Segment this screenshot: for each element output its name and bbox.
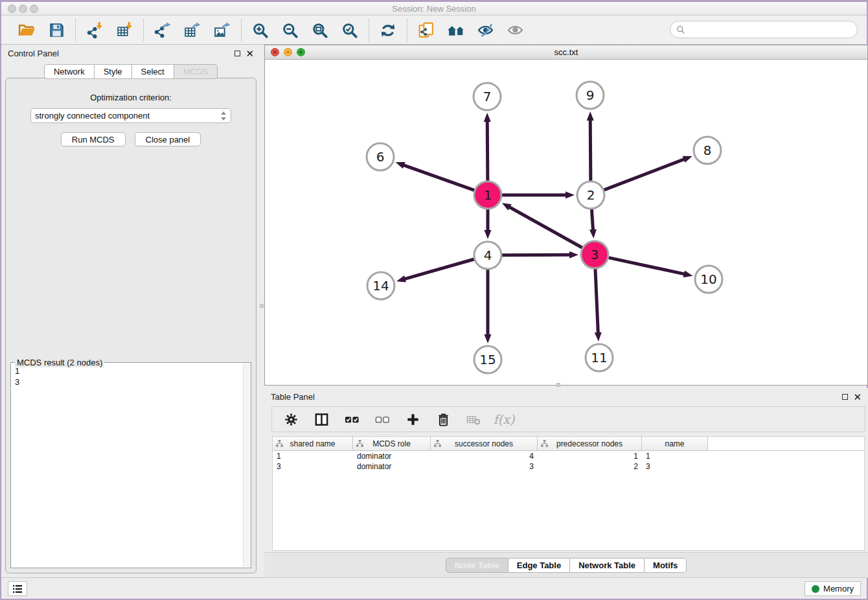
tab-node-table[interactable]: Node Table xyxy=(446,558,508,573)
split-pane-icon[interactable] xyxy=(312,410,331,429)
network-graph[interactable]: 1234678910111415 xyxy=(265,60,867,384)
memory-button[interactable]: Memory xyxy=(805,581,861,596)
search-box[interactable] xyxy=(670,21,858,38)
graph-node-8[interactable]: 8 xyxy=(694,137,721,164)
horizontal-splitter-grip[interactable] xyxy=(556,383,560,387)
graph-node-14[interactable]: 14 xyxy=(367,272,394,299)
tab-network[interactable]: Network xyxy=(44,64,95,79)
graph-edge-1-6[interactable] xyxy=(402,165,474,190)
deselect-all-icon[interactable] xyxy=(372,410,392,429)
cell-name[interactable]: 3 xyxy=(642,462,708,471)
mcds-result-scrollbar[interactable] xyxy=(243,363,250,567)
graph-edge-1-7[interactable] xyxy=(487,120,488,181)
zoom-fit-icon[interactable] xyxy=(310,21,330,40)
search-input[interactable] xyxy=(689,25,857,34)
table-row[interactable]: 3 dominator 3 2 3 xyxy=(273,461,864,472)
graph-node-11[interactable]: 11 xyxy=(586,344,613,371)
gear-icon[interactable] xyxy=(281,410,301,429)
copy-view-icon[interactable] xyxy=(417,21,436,40)
control-panel-title: Control Panel xyxy=(8,49,234,58)
table-header-row: shared name MCDS role successor nodes pr… xyxy=(273,437,864,451)
trash-icon[interactable] xyxy=(433,410,453,429)
open-icon[interactable] xyxy=(17,21,36,40)
graph-node-7[interactable]: 7 xyxy=(474,83,501,110)
tab-select[interactable]: Select xyxy=(132,64,174,79)
import-table-icon[interactable] xyxy=(115,21,134,40)
zoom-in-icon[interactable] xyxy=(251,21,270,40)
graph-node-6[interactable]: 6 xyxy=(367,143,394,170)
float-panel-icon[interactable] xyxy=(234,51,240,56)
export-image-icon[interactable] xyxy=(212,21,232,40)
column-header-name[interactable]: name xyxy=(642,437,708,450)
close-panel-button[interactable]: Close panel xyxy=(135,132,201,146)
run-mcds-button[interactable]: Run MCDS xyxy=(61,132,126,146)
node-table[interactable]: shared name MCDS role successor nodes pr… xyxy=(272,436,865,551)
column-header-shared-name[interactable]: shared name xyxy=(273,437,353,450)
float-table-panel-icon[interactable] xyxy=(842,394,848,400)
select-all-icon[interactable] xyxy=(342,410,361,429)
first-neighbors-icon[interactable] xyxy=(446,21,466,40)
cell-mcds-role[interactable]: dominator xyxy=(353,462,431,471)
graph-edge-3-11[interactable] xyxy=(595,269,598,334)
cell-name[interactable]: 1 xyxy=(642,452,708,461)
graph-node-1[interactable]: 1 xyxy=(474,181,501,209)
graph-edge-3-10[interactable] xyxy=(609,258,686,275)
vertical-splitter-grip[interactable] xyxy=(260,304,264,308)
tab-edge-table[interactable]: Edge Table xyxy=(508,558,570,573)
table-row[interactable]: 1 dominator 4 1 1 xyxy=(273,451,864,461)
graph-edge-4-14[interactable] xyxy=(404,259,474,279)
graph-node-4[interactable]: 4 xyxy=(474,242,501,269)
graph-arrowhead xyxy=(485,334,492,343)
tab-network-table[interactable]: Network Table xyxy=(570,558,645,573)
graph-node-3[interactable]: 3 xyxy=(581,241,608,268)
task-history-button[interactable] xyxy=(8,581,27,596)
zoom-selected-icon[interactable] xyxy=(340,21,360,40)
graph-edge-2-9[interactable] xyxy=(590,119,591,181)
tab-style[interactable]: Style xyxy=(95,64,132,79)
show-all-icon[interactable] xyxy=(506,21,525,40)
graph-node-10[interactable]: 10 xyxy=(695,266,722,293)
control-panel-header: Control Panel ✕ xyxy=(1,45,260,62)
cell-shared-name[interactable]: 1 xyxy=(273,452,353,461)
close-panel-icon[interactable]: ✕ xyxy=(246,51,254,56)
hide-selected-icon[interactable] xyxy=(476,21,496,40)
criterion-dropdown[interactable]: strongly connected component xyxy=(30,108,231,123)
zoom-out-icon[interactable] xyxy=(280,21,300,40)
cell-mcds-role[interactable]: dominator xyxy=(353,452,431,461)
graph-edge-4-3[interactable] xyxy=(502,255,571,255)
graph-edge-2-3[interactable] xyxy=(591,209,593,231)
graph-edge-3-1[interactable] xyxy=(508,207,582,248)
export-table-icon[interactable] xyxy=(183,21,202,40)
add-icon[interactable] xyxy=(403,410,422,429)
tab-mcds[interactable]: MCDS xyxy=(174,64,218,79)
tab-motifs[interactable]: Motifs xyxy=(645,558,687,573)
refresh-icon[interactable] xyxy=(378,21,398,40)
cell-successor-nodes[interactable]: 3 xyxy=(431,462,538,471)
mcds-result-list[interactable]: 1 3 xyxy=(12,365,242,566)
column-header-predecessor-nodes[interactable]: predecessor nodes xyxy=(538,437,642,450)
dropdown-stepper-icon xyxy=(220,111,227,121)
graph-node-2[interactable]: 2 xyxy=(577,181,604,209)
column-header-mcds-role[interactable]: MCDS role xyxy=(353,437,431,450)
import-network-icon[interactable] xyxy=(85,21,104,40)
graph-edge-2-8[interactable] xyxy=(604,159,686,190)
save-icon[interactable] xyxy=(47,21,66,40)
graph-node-9[interactable]: 9 xyxy=(577,82,604,109)
graph-node-15[interactable]: 15 xyxy=(474,346,501,373)
network-canvas[interactable]: 1234678910111415 xyxy=(265,60,867,385)
network-view-window: ✕ – + scc.txt 1234678910111415 xyxy=(264,45,868,386)
svg-text:11: 11 xyxy=(591,350,607,365)
network-window-titlebar[interactable]: ✕ – + scc.txt xyxy=(265,45,867,60)
import-toolbar-group xyxy=(76,21,143,40)
cell-successor-nodes[interactable]: 4 xyxy=(431,452,538,461)
close-table-panel-icon[interactable]: ✕ xyxy=(853,394,862,400)
column-header-successor-nodes[interactable]: successor nodes xyxy=(431,437,538,450)
svg-text:7: 7 xyxy=(483,89,492,104)
export-network-icon[interactable] xyxy=(153,21,172,40)
svg-text:4: 4 xyxy=(484,248,492,263)
mcds-result-box: MCDS result (2 nodes) 1 3 xyxy=(10,362,251,568)
cell-shared-name[interactable]: 3 xyxy=(273,462,353,471)
graph-arrowhead xyxy=(589,229,597,238)
cell-predecessor-nodes[interactable]: 1 xyxy=(538,452,642,461)
cell-predecessor-nodes[interactable]: 2 xyxy=(538,462,642,471)
